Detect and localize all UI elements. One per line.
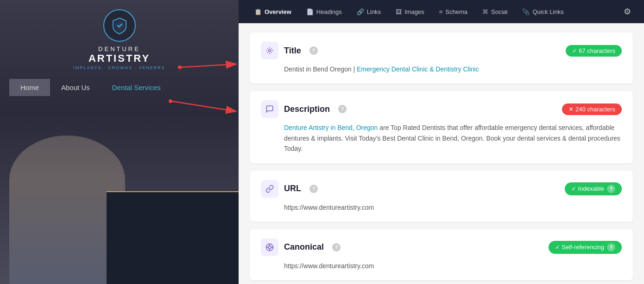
url-card-icon: [261, 180, 278, 198]
url-card-header: URL ? ✓ Indexable ?: [261, 180, 622, 198]
title-content-prefix: Dentist in Bend Oregon |: [284, 65, 357, 73]
nav-headings[interactable]: 📄 Headings: [300, 6, 348, 18]
url-badge-help[interactable]: ?: [607, 185, 615, 193]
url-card-title-row: URL ?: [261, 180, 318, 198]
title-card-header: Title ? ✓ 67 characters: [261, 42, 622, 59]
canonical-badge: ✓ Self-referencing ?: [549, 241, 622, 254]
description-card-header: Description ? ✕ 240 characters: [261, 100, 622, 118]
links-icon: 🔗: [357, 8, 364, 15]
title-card-content: Dentist in Bend Oregon | Emergency Denta…: [261, 64, 622, 74]
description-card-label: Description: [284, 104, 330, 114]
nav-social[interactable]: ⌘ Social: [476, 6, 514, 18]
url-card: URL ? ✓ Indexable ? https://www.denturea…: [250, 171, 633, 222]
description-card-content: Denture Artistry in Bend, Oregon are Top…: [261, 123, 622, 154]
nav-home-button[interactable]: Home: [9, 79, 50, 96]
title-card-icon: [261, 42, 278, 59]
overview-icon: 📋: [254, 8, 262, 15]
canonical-card-content: https://www.dentureartistry.com: [261, 261, 622, 271]
url-card-content: https://www.dentureartistry.com: [261, 202, 622, 213]
canonical-card: Canonical ? ✓ Self-referencing ? https:/…: [250, 229, 633, 280]
canonical-card-title-row: Canonical ?: [261, 239, 341, 256]
website-preview-panel: DENTURE ARTISTRY IMPLANTS · CROWNS · VEN…: [0, 0, 239, 284]
svg-point-8: [268, 246, 271, 249]
description-card: Description ? ✕ 240 characters Denture A…: [250, 91, 633, 163]
seo-nav-bar: 📋 Overview 📄 Headings 🔗 Links 🖼 Images ≡…: [239, 0, 644, 23]
logo-shield-icon: [110, 16, 129, 35]
seo-content-area: Title ? ✓ 67 characters Dentist in Bend …: [239, 23, 644, 284]
social-icon: ⌘: [482, 8, 488, 15]
nav-images-label: Images: [404, 8, 424, 15]
title-content-link: Emergency Dental Clinic & Dentistry Clin…: [357, 65, 479, 73]
logo-artistry: ARTISTRY: [73, 52, 165, 65]
nav-links-label: Links: [367, 8, 381, 15]
title-card: Title ? ✓ 67 characters Dentist in Bend …: [250, 32, 633, 84]
canonical-content-text: https://www.dentureartistry.com: [284, 262, 374, 270]
description-content-link1: Denture Artistry in Bend, Oregon: [284, 124, 378, 131]
nav-about-button[interactable]: About Us: [50, 79, 101, 96]
canonical-help-icon[interactable]: ?: [332, 243, 341, 252]
canonical-badge-text: ✓ Self-referencing: [555, 244, 604, 251]
seo-tool-panel: 📋 Overview 📄 Headings 🔗 Links 🖼 Images ≡…: [239, 0, 644, 284]
logo-denture: DENTURE: [73, 45, 165, 52]
title-badge: ✓ 67 characters: [566, 45, 622, 57]
url-badge: ✓ Indexable ?: [565, 182, 622, 195]
nav-overview[interactable]: 📋 Overview: [248, 6, 298, 18]
nav-quicklinks-label: Quick Links: [532, 8, 563, 15]
title-card-title-row: Title ?: [261, 42, 318, 59]
description-card-icon: [261, 100, 278, 118]
canonical-card-label: Canonical: [284, 242, 324, 252]
headings-icon: 📄: [306, 8, 314, 15]
nav-schema-label: Schema: [445, 8, 467, 15]
canonical-card-header: Canonical ? ✓ Self-referencing ?: [261, 239, 622, 256]
nav-overview-label: Overview: [265, 8, 291, 15]
url-badge-text: ✓ Indexable: [571, 185, 604, 192]
logo-text: DENTURE ARTISTRY IMPLANTS · CROWNS · VEN…: [73, 45, 165, 70]
logo-subtitle: IMPLANTS · CROWNS · VENEERS: [73, 65, 165, 70]
title-card-label: Title: [284, 46, 301, 56]
logo-circle: [103, 9, 136, 42]
description-card-title-row: Description ?: [261, 100, 347, 118]
svg-point-6: [269, 50, 271, 52]
quicklinks-icon: 📎: [522, 8, 530, 15]
description-badge-text: ✕ 240 characters: [568, 106, 615, 113]
canonical-badge-help[interactable]: ?: [607, 243, 615, 252]
description-help-icon[interactable]: ?: [338, 105, 347, 113]
schema-icon: ≡: [439, 8, 443, 15]
nav-links[interactable]: 🔗 Links: [350, 6, 387, 18]
logo-area: DENTURE ARTISTRY IMPLANTS · CROWNS · VEN…: [73, 9, 165, 70]
canonical-card-icon: [261, 239, 278, 256]
url-card-label: URL: [284, 184, 301, 194]
url-content-text: https://www.dentureartistry.com: [284, 204, 374, 211]
nav-headings-label: Headings: [316, 8, 342, 15]
title-help-icon[interactable]: ?: [309, 46, 318, 55]
nav-schema[interactable]: ≡ Schema: [433, 6, 474, 18]
nav-images[interactable]: 🖼 Images: [389, 6, 431, 18]
nav-dental-button[interactable]: Dental Services: [101, 79, 172, 96]
dark-box-bg: [107, 191, 239, 284]
website-nav: Home About Us Dental Services: [0, 79, 239, 96]
nav-social-label: Social: [491, 8, 507, 15]
images-icon: 🖼: [396, 8, 402, 15]
title-badge-text: ✓ 67 characters: [572, 47, 615, 54]
url-help-icon[interactable]: ?: [309, 185, 318, 193]
nav-quicklinks[interactable]: 📎 Quick Links: [516, 6, 570, 18]
settings-button[interactable]: ⚙: [620, 5, 635, 19]
description-badge: ✕ 240 characters: [562, 103, 622, 115]
